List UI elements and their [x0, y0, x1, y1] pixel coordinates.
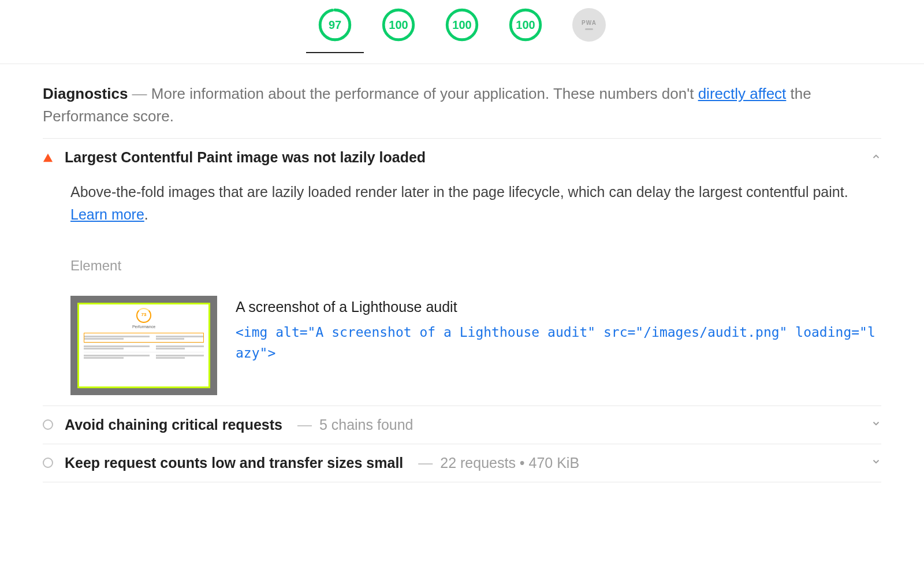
element-thumbnail[interactable]: 73 Performance: [70, 296, 217, 395]
audit-header[interactable]: Avoid chaining critical requests — 5 cha…: [43, 417, 881, 433]
audit-desc-before: Above-the-fold images that are lazily lo…: [70, 184, 848, 200]
gauge-ring: 100: [509, 8, 542, 42]
audit-chaining-requests: Avoid chaining critical requests — 5 cha…: [43, 406, 881, 444]
gauge-seo[interactable]: 100: [509, 8, 542, 53]
gauge-best-practices[interactable]: 100: [445, 8, 479, 53]
element-code[interactable]: <img alt="A screenshot of a Lighthouse a…: [236, 322, 881, 363]
gauge-value: 100: [382, 8, 415, 42]
diagnostics-link[interactable]: directly affect: [698, 85, 787, 102]
diagnostics-dash: —: [132, 85, 147, 102]
diagnostics-title: Diagnostics: [43, 85, 128, 102]
learn-more-link[interactable]: Learn more: [70, 206, 144, 222]
gauge-ring: 97: [318, 8, 352, 42]
dash: —: [418, 455, 433, 471]
audit-body: Above-the-fold images that are lazily lo…: [43, 166, 881, 395]
thumb-perf-label: Performance: [79, 324, 208, 330]
gauge-value: 100: [445, 8, 479, 42]
gauge-ring: 100: [445, 8, 479, 42]
audit-subtitle-text: 22 requests • 470 KiB: [440, 455, 579, 471]
gauge-value: 97: [318, 8, 352, 42]
gauge-performance[interactable]: 97: [318, 8, 352, 53]
info-circle-icon: [43, 458, 53, 468]
audit-subtitle-text: 5 chains found: [319, 417, 413, 433]
element-label: Element: [70, 255, 881, 276]
chevron-down-icon: [871, 418, 881, 431]
gauge-accessibility[interactable]: 100: [382, 8, 415, 53]
element-row: 73 Performance A screenshot of a Lightho…: [70, 296, 881, 395]
active-tab-indicator: [306, 52, 364, 53]
diagnostics-desc-before: More information about the performance o…: [151, 85, 698, 102]
element-info: A screenshot of a Lighthouse audit <img …: [236, 296, 881, 364]
audit-subtitle: — 22 requests • 470 KiB: [415, 455, 579, 471]
dash: —: [297, 417, 312, 433]
audit-header[interactable]: Keep request counts low and transfer siz…: [43, 455, 881, 471]
audit-request-counts: Keep request counts low and transfer siz…: [43, 444, 881, 482]
pwa-label: PWA: [582, 20, 597, 26]
score-gauge-bar: 97 100 100 100 PWA: [0, 0, 924, 64]
audit-subtitle: — 5 chains found: [294, 417, 413, 433]
info-circle-icon: [43, 419, 53, 430]
thumb-gauge: 73: [136, 308, 151, 323]
diagnostics-header: Diagnostics — More information about the…: [43, 83, 881, 139]
warning-triangle-icon: [43, 153, 53, 163]
pwa-dash-icon: [585, 28, 593, 30]
svg-marker-5: [43, 153, 53, 161]
audit-lcp-lazy: Largest Contentful Paint image was not l…: [43, 139, 881, 406]
audit-title: Largest Contentful Paint image was not l…: [65, 149, 426, 166]
pwa-badge: PWA: [572, 8, 606, 42]
chevron-up-icon: [871, 151, 881, 164]
gauge-pwa[interactable]: PWA: [572, 8, 606, 53]
audit-title: Avoid chaining critical requests: [65, 417, 282, 433]
audit-desc-after: .: [144, 206, 148, 222]
audit-header[interactable]: Largest Contentful Paint image was not l…: [43, 149, 881, 166]
element-caption: A screenshot of a Lighthouse audit: [236, 296, 881, 318]
gauge-value: 100: [509, 8, 542, 42]
gauge-ring: 100: [382, 8, 415, 42]
audit-title: Keep request counts low and transfer siz…: [65, 455, 403, 471]
chevron-down-icon: [871, 456, 881, 469]
